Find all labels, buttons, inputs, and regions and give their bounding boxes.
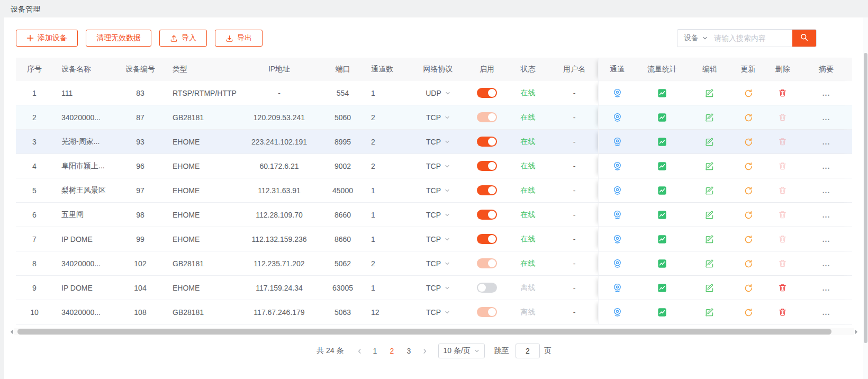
edit-button[interactable] [705,283,715,293]
enable-toggle[interactable] [477,137,497,147]
horizontal-scroll-track[interactable] [14,328,854,335]
page-number-3[interactable]: 3 [403,347,415,355]
vertical-scroll-thumb[interactable] [864,53,867,343]
cell-action [689,154,731,178]
enable-toggle[interactable] [477,185,497,195]
enable-toggle[interactable] [477,88,497,98]
channel-button[interactable] [612,307,622,317]
protocol-select[interactable]: TCP [426,211,450,219]
edit-button[interactable] [705,186,715,195]
export-button[interactable]: 导出 [215,30,263,47]
edit-button[interactable] [705,210,715,220]
edit-button[interactable] [705,88,715,98]
summary-more-button[interactable]: ... [822,211,830,219]
protocol-select[interactable]: TCP [426,308,450,317]
update-button[interactable] [744,186,753,195]
enable-toggle[interactable] [477,283,497,293]
protocol-select[interactable]: TCP [426,284,450,292]
traffic-stats-button[interactable] [657,137,667,147]
protocol-select[interactable]: TCP [426,259,450,268]
cell-device-type: EHOME [164,276,236,300]
delete-button[interactable] [778,88,787,97]
enable-toggle[interactable] [477,161,497,171]
summary-more-button[interactable]: ... [822,89,830,97]
traffic-stats-button[interactable] [657,186,667,195]
summary-more-button[interactable]: ... [822,235,830,243]
summary-more-button[interactable]: ... [822,138,830,146]
table-row: 234020000...87GB28181120.209.53.24150602… [16,105,852,130]
channel-button[interactable] [612,161,622,171]
summary-more-button[interactable]: ... [822,308,830,317]
cell-network-protocol: TCP [408,130,468,154]
channel-button[interactable] [612,283,622,293]
traffic-stats-button[interactable] [657,113,667,122]
next-page-button[interactable] [418,348,432,354]
protocol-select[interactable]: TCP [426,235,450,243]
edit-button[interactable] [705,137,715,147]
update-button[interactable] [744,234,753,244]
prev-page-button[interactable] [352,348,367,354]
traffic-stats-button[interactable] [657,283,667,293]
cell-serial-number: 1 [16,81,53,105]
horizontal-scroll-thumb[interactable] [17,329,831,335]
channel-button[interactable] [612,112,622,122]
protocol-select[interactable]: TCP [426,186,450,195]
channel-button[interactable] [612,185,622,195]
traffic-stats-button[interactable] [657,234,667,244]
summary-more-button[interactable]: ... [822,186,830,195]
protocol-select[interactable]: TCP [426,138,450,146]
cell-device-code: 98 [116,203,164,227]
jump-page-input[interactable] [516,344,540,358]
enable-toggle[interactable] [477,210,497,220]
traffic-stats-button[interactable] [657,161,667,171]
summary-more-button[interactable]: ... [822,284,830,292]
scroll-right-arrow-icon[interactable] [855,330,860,334]
traffic-stats-button[interactable] [657,210,667,220]
update-button[interactable] [744,259,753,268]
import-button[interactable]: 导入 [159,30,207,47]
cell-enable [468,251,505,275]
update-button[interactable] [744,283,753,293]
summary-more-button[interactable]: ... [822,259,830,268]
search-category-select[interactable]: 设备 [677,33,713,43]
summary-more-button[interactable]: ... [822,113,830,122]
search-input[interactable] [713,33,792,43]
scroll-left-arrow-icon[interactable] [8,330,13,334]
channel-button[interactable] [612,88,622,98]
update-button[interactable] [744,137,753,147]
enable-toggle[interactable] [477,258,497,268]
page-size-select[interactable]: 10 条/页 [438,344,485,358]
add-device-button[interactable]: 添加设备 [16,30,78,47]
update-button[interactable] [744,161,753,171]
delete-button[interactable] [778,283,787,292]
edit-button[interactable] [705,234,715,244]
summary-more-button[interactable]: ... [822,162,830,170]
page-number-2[interactable]: 2 [386,347,399,355]
protocol-select[interactable]: TCP [426,162,450,170]
protocol-select[interactable]: UDP [426,89,450,97]
search-button[interactable] [792,29,816,47]
channel-button[interactable] [612,258,622,268]
edit-button[interactable] [705,161,715,171]
enable-toggle[interactable] [477,234,497,244]
update-button[interactable] [744,308,753,317]
enable-toggle[interactable] [477,307,497,317]
clean-invalid-data-button[interactable]: 清理无效数据 [86,30,151,47]
update-button[interactable] [744,210,753,220]
channel-button[interactable] [612,234,622,244]
channel-button[interactable] [612,210,622,220]
page-number-1[interactable]: 1 [369,347,382,355]
enable-toggle[interactable] [477,112,497,122]
traffic-stats-button[interactable] [657,308,667,317]
update-button[interactable] [744,113,753,122]
edit-button[interactable] [705,259,715,268]
traffic-stats-button[interactable] [657,259,667,268]
channel-button[interactable] [612,137,622,147]
update-button[interactable] [744,88,753,98]
traffic-stats-button[interactable] [657,88,667,98]
protocol-select[interactable]: TCP [426,113,450,122]
delete-button[interactable] [778,308,787,317]
edit-button[interactable] [705,113,715,122]
trash-icon [778,186,787,195]
edit-button[interactable] [705,308,715,317]
